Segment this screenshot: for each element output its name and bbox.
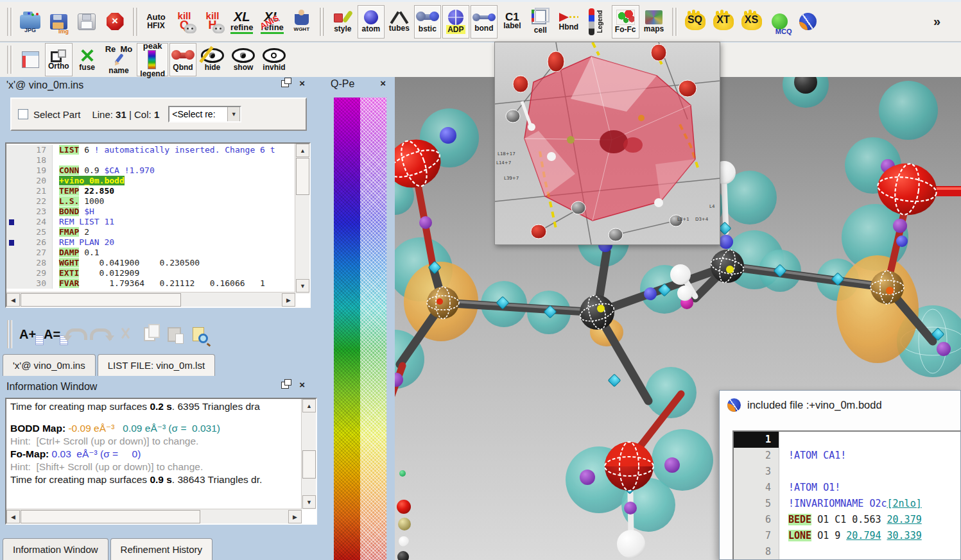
scroll-right-icon[interactable]: ▶: [288, 510, 302, 523]
redo-button[interactable]: [89, 322, 113, 346]
qbnd-button[interactable]: Qbnd: [169, 43, 196, 76]
tab-information-window[interactable]: Information Window: [3, 538, 108, 560]
code-segment: [881, 530, 887, 541]
tab-ins-file[interactable]: 'x'@ vino_0m.ins: [3, 354, 96, 376]
included-file-line: 7LONE O1 9 20.794 30.339: [734, 528, 960, 544]
qpeak-legend-title: Q-Pe: [331, 78, 354, 90]
find-button[interactable]: [186, 322, 211, 346]
select-part-checkbox[interactable]: [18, 109, 28, 119]
cut-button[interactable]: [113, 322, 137, 346]
info-horizontal-scrollbar[interactable]: ◀ ▶: [6, 509, 302, 523]
label-button[interactable]: C1label: [499, 5, 526, 38]
bstic-button[interactable]: bstic: [414, 5, 441, 38]
rename-button[interactable]: Re Moname: [102, 43, 136, 76]
font-increase-button[interactable]: A+: [15, 322, 40, 346]
xs-button[interactable]: XS: [738, 5, 765, 38]
line-number: 25: [18, 227, 53, 237]
scroll-left-icon[interactable]: ◀: [6, 293, 20, 307]
maps-button[interactable]: maps: [641, 5, 668, 38]
toolbar-separator[interactable]: [672, 8, 677, 36]
mcq-label: MCQ: [775, 27, 792, 36]
code-segment: $H: [79, 207, 94, 216]
ortho-button[interactable]: Ortho: [45, 43, 73, 76]
fofc-button[interactable]: Fo-Fc: [612, 5, 639, 38]
tab-list-file[interactable]: LIST FILE: vino_0m.lst: [98, 354, 215, 376]
adp-button[interactable]: ADP: [442, 5, 469, 38]
float-window-icon[interactable]: [281, 80, 289, 87]
scroll-down-icon[interactable]: ▼: [302, 495, 316, 509]
scroll-up-icon[interactable]: ▲: [296, 144, 309, 157]
wght-button[interactable]: WGHT: [288, 5, 315, 38]
ins-editor-title: 'x'@ vino_0m.ins: [6, 80, 83, 91]
information-log[interactable]: Time for creating map surfaces 0.2 s. 63…: [5, 398, 317, 525]
included-file-window[interactable]: included file :+vino_0m.bodd 12!ATOM CA1…: [719, 390, 961, 560]
xl-refine-button[interactable]: XLrefine: [227, 5, 256, 38]
scrollbar-thumb[interactable]: [21, 293, 181, 307]
fuse-button[interactable]: fuse: [74, 43, 101, 76]
line-text: LONE O1 9 20.794 30.339: [779, 528, 922, 544]
shelxle-button[interactable]: [795, 5, 822, 38]
included-file-editor[interactable]: 12!ATOM CA1!34!ATOM O1!5!INVARIOMNAME O2…: [732, 430, 961, 560]
legend-button[interactable]: Legend: [584, 5, 610, 38]
code-segment: WGHT: [59, 258, 79, 267]
scrollbar-thumb[interactable]: [21, 510, 200, 523]
save-image-button[interactable]: Img: [45, 5, 72, 38]
editor-horizontal-scrollbar[interactable]: ◀ ▶: [6, 292, 295, 307]
line-number: 27: [18, 248, 53, 258]
style-button[interactable]: style: [329, 5, 356, 38]
save-button[interactable]: [73, 5, 100, 38]
show-button[interactable]: show: [229, 43, 258, 76]
ins-editor-panel: 'x'@ vino_0m.ins × Select Part Line: 31 …: [0, 78, 323, 313]
dropdown-arrow-icon[interactable]: ▼: [227, 106, 240, 122]
paste-button[interactable]: [162, 322, 186, 346]
toolbar-separator[interactable]: [7, 320, 12, 348]
anis-refine-button[interactable]: XLrefineANIS: [257, 5, 286, 38]
close-panel-icon[interactable]: ×: [380, 80, 386, 87]
stop-button[interactable]: [101, 5, 128, 38]
scroll-up-icon[interactable]: ▲: [302, 399, 316, 412]
line-marker: [6, 155, 18, 165]
code-editor[interactable]: 17LIST 6 ! automatically inserted. Chang…: [5, 142, 311, 308]
sq-button[interactable]: SQ: [682, 5, 709, 38]
bstic-label: bstic: [419, 24, 437, 33]
kill-h-button[interactable]: killH: [199, 5, 226, 38]
ortep-inset-window[interactable]: L18+17L14+7L39+7L3+1D3+4L4: [494, 42, 720, 245]
invhid-button[interactable]: invhid: [259, 43, 289, 76]
info-vertical-scrollbar[interactable]: ▲ ▼: [301, 399, 316, 509]
toolbar-separator[interactable]: [133, 8, 138, 36]
float-window-icon[interactable]: [281, 382, 289, 389]
scrollbar-thumb[interactable]: [302, 450, 316, 479]
kill-q-button[interactable]: killQ: [171, 5, 198, 38]
line-number: 29: [18, 268, 53, 278]
xt-button[interactable]: XT: [710, 5, 737, 38]
code-segment: EXTI: [59, 268, 79, 278]
dock-layout-button[interactable]: [17, 43, 44, 76]
close-panel-icon[interactable]: ×: [299, 80, 305, 87]
residue-select-dropdown[interactable]: <Select re: ▼: [168, 106, 241, 123]
toolbar-separator[interactable]: [7, 46, 12, 74]
close-panel-icon[interactable]: ×: [299, 381, 305, 389]
scroll-down-icon[interactable]: ▼: [296, 279, 309, 293]
cell-button[interactable]: cell: [527, 5, 554, 38]
tab-refinement-history[interactable]: Refinement History: [110, 538, 213, 560]
tubes-button[interactable]: tubes: [386, 5, 413, 38]
toolbar-overflow-button[interactable]: »: [933, 14, 940, 29]
copy-button[interactable]: [137, 322, 162, 346]
bond-button[interactable]: bond: [471, 5, 498, 38]
mcq-button[interactable]: MCQ: [766, 5, 793, 38]
peak-legend-button[interactable]: peaklegend: [137, 43, 168, 76]
info-segment: Time for creating map surfaces: [10, 401, 150, 412]
hide-button[interactable]: hide: [198, 43, 227, 76]
toolbar-separator[interactable]: [320, 8, 325, 36]
toolbar-separator[interactable]: [7, 8, 12, 36]
scroll-right-icon[interactable]: ▶: [282, 293, 295, 307]
editor-vertical-scrollbar[interactable]: ▲ ▼: [295, 144, 309, 294]
scrollbar-thumb[interactable]: [296, 158, 309, 195]
rename-top-label: Re Mo: [105, 45, 133, 53]
auto-hfix-button[interactable]: AutoHFIX: [143, 5, 169, 38]
hbnd-button[interactable]: Hbnd: [555, 5, 582, 38]
scroll-left-icon[interactable]: ◀: [6, 510, 20, 523]
undo-button[interactable]: [64, 322, 89, 346]
snapshot-button[interactable]: JPG: [17, 5, 44, 38]
atom-button[interactable]: atom: [358, 5, 385, 38]
